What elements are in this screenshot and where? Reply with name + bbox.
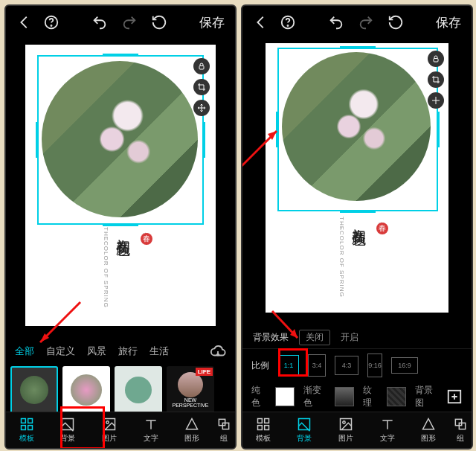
swatch-tex[interactable] [387,387,406,406]
bottom-nav: 模板 背景 图片 文字 图形 组 [6,412,235,448]
back-icon[interactable] [253,14,269,31]
caption[interactable]: THECOLOR OF SPRING 初春颜色 岁寒争春 春 [103,227,152,308]
caption-small: 岁寒争春 [141,227,150,233]
selection-box[interactable] [37,55,204,225]
help-icon[interactable] [280,14,296,31]
nav-text[interactable]: 文字 [367,412,408,448]
thumb-item[interactable] [62,366,110,414]
ratio-1-1[interactable]: 1:1 [278,355,299,376]
back-icon[interactable] [16,14,33,31]
reset-icon[interactable] [151,14,167,31]
svg-rect-4 [28,419,32,423]
filter-tab[interactable]: 旅行 [118,345,138,358]
nav-image[interactable]: 图片 [89,412,130,448]
svg-point-25 [343,421,345,423]
nav-background[interactable]: 背景 [284,412,326,448]
texture-label[interactable]: 纹理 [363,384,378,409]
ratio-row: 比例 1:1 3:4 4:3 9:16 16:9 [242,349,472,382]
bgimg-label[interactable]: 背景图 [415,384,437,409]
nav-shape[interactable]: 图形 [408,412,449,448]
nav-shape[interactable]: 图形 [171,412,213,448]
caption-en: THECOLOR OF SPRING [103,227,109,308]
filter-tab[interactable]: 风景 [87,345,106,358]
help-icon[interactable] [43,14,60,31]
reset-icon[interactable] [387,14,404,31]
svg-point-16 [287,25,288,26]
color-label: 纯色 [251,384,266,409]
svg-marker-26 [423,419,434,429]
filter-tab[interactable]: 自定义 [46,345,75,358]
bgfx-label: 背景效果 [253,331,289,344]
caption[interactable]: THECOLOR OF SPRING 初春颜色 岁寒争春 春 [338,217,388,298]
thumb-item[interactable]: LIFE NEWPERSPECTIVE [167,366,214,414]
ratio-3-4[interactable]: 3:4 [308,354,326,377]
nav-image[interactable]: 图片 [325,412,367,448]
save-button[interactable]: 保存 [436,14,472,31]
svg-rect-21 [257,426,262,430]
seal-icon: 春 [376,223,388,234]
lock-icon[interactable] [193,58,210,74]
bgfx-off[interactable]: 关闭 [299,330,330,345]
thumb-item[interactable] [115,366,162,414]
lock-icon[interactable] [428,51,444,67]
phone-left: 保存 THECOLOR OF SPRING 初春颜色 岁寒争春 春 全部 自定义 [4,4,237,450]
ratio-9-16[interactable]: 9:16 [367,354,382,377]
svg-marker-10 [187,419,198,429]
topbar: 保存 [242,6,472,39]
caption-small: 岁寒争春 [376,217,386,223]
ratio-4-3[interactable]: 4:3 [335,356,358,375]
nav-group[interactable]: 组 [449,412,472,448]
phone-right: 保存 THECOLOR OF SPRING 初春颜色 岁寒争春 春 背景效果 关… [241,4,473,450]
nav-group[interactable]: 组 [213,412,235,448]
cloud-icon[interactable] [210,343,226,359]
crop-icon[interactable] [428,71,444,88]
ratio-16-9[interactable]: 16:9 [391,357,418,374]
undo-icon[interactable] [328,14,344,31]
svg-point-1 [51,25,51,26]
canvas-area[interactable]: THECOLOR OF SPRING 初春颜色 岁寒争春 春 [6,39,235,339]
move-icon[interactable] [193,100,210,116]
selection-box[interactable] [277,48,438,211]
canvas-area[interactable]: THECOLOR OF SPRING 初春颜色 岁寒争春 春 [242,39,472,326]
redo-icon[interactable] [358,14,374,31]
nav-template[interactable]: 模板 [6,412,48,448]
gradient-label[interactable]: 渐变色 [303,384,326,409]
add-image-icon[interactable] [446,388,463,405]
svg-rect-2 [199,66,204,70]
bgfx-row: 背景效果 关闭 开启 [242,326,472,349]
svg-rect-11 [219,419,225,425]
caption-large: 初春颜色 [114,227,133,308]
move-icon[interactable] [428,92,444,109]
svg-rect-5 [21,426,25,430]
swatch-white[interactable] [275,387,295,406]
svg-rect-22 [264,426,268,430]
svg-rect-3 [21,419,25,423]
undo-icon[interactable] [91,14,108,31]
nav-template[interactable]: 模板 [242,412,284,448]
svg-rect-20 [264,419,268,423]
seal-icon: 春 [141,233,152,245]
ratio-label: 比例 [251,359,269,372]
thumb-item[interactable] [10,366,58,414]
nav-text[interactable]: 文字 [130,412,172,448]
bgfx-on[interactable]: 开启 [341,331,358,344]
filter-tabs: 全部 自定义 风景 旅行 生活 [6,339,235,363]
redo-icon[interactable] [121,14,138,31]
topbar: 保存 [6,6,235,39]
crop-icon[interactable] [193,79,210,95]
svg-point-9 [106,421,109,423]
caption-large: 初春颜色 [350,217,369,298]
svg-rect-12 [222,423,228,429]
poster-page: THECOLOR OF SPRING 初春颜色 岁寒争春 春 [266,43,448,313]
color-row: 纯色 渐变色 纹理 背景图 [242,382,472,412]
nav-background[interactable]: 背景 [48,412,89,448]
filter-tab[interactable]: 生活 [149,345,169,358]
svg-rect-28 [459,423,465,429]
swatch-grad[interactable] [335,387,354,406]
filter-tab[interactable]: 全部 [15,345,34,358]
svg-rect-27 [455,419,461,425]
caption-en: THECOLOR OF SPRING [338,217,345,298]
svg-rect-17 [434,59,438,63]
save-button[interactable]: 保存 [199,14,235,31]
svg-rect-6 [28,426,32,430]
